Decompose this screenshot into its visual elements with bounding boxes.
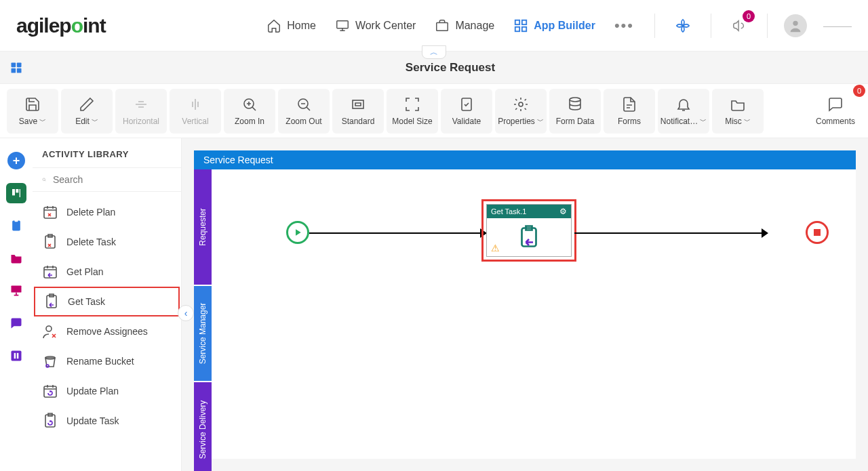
form-data-button[interactable]: Form Data [549,89,601,134]
svg-rect-0 [337,20,349,28]
swimlane-service-manager[interactable]: Service Manager [194,286,212,381]
zoom-model-size-button[interactable]: Model Size [387,89,438,134]
rail-chat-button[interactable] [6,313,26,333]
nav-more[interactable]: ••• [614,17,634,35]
svg-point-33 [46,365,49,367]
folder-icon [9,251,23,265]
svg-point-6 [793,20,797,25]
align-v-label: Vertical [182,117,208,126]
collapse-panel-handle[interactable]: ‹ [178,305,194,321]
rail-clipboard-button[interactable] [6,216,26,236]
nav-work-center-label: Work Center [355,20,416,32]
start-node[interactable] [286,221,309,244]
save-label: Save [19,117,37,126]
gear-icon[interactable]: ⚙ [559,207,567,216]
zoom-in-button[interactable]: Zoom In [224,89,275,134]
rail-pause-button[interactable] [6,346,26,366]
end-node[interactable] [806,221,829,244]
align-horizontal-button[interactable]: Horizontal [115,89,167,134]
lib-item-update-task[interactable]: Update Task [33,406,181,436]
edit-label: Edit [75,117,90,126]
calendar-refresh-icon [42,383,58,399]
apps-menu-button[interactable] [0,61,33,75]
validate-button[interactable]: Validate [441,89,492,134]
zoom-out-icon [296,96,312,112]
pinwheel-button[interactable] [671,14,694,37]
lib-item-label: Delete Plan [66,207,115,218]
lib-item-remove-assignees[interactable]: Remove Assignees [33,316,181,346]
svg-rect-19 [20,189,20,197]
chevron-down-icon: ﹀ [39,117,46,126]
pause-square-icon [9,349,23,363]
chevron-up-icon: ︿ [430,47,438,58]
lib-item-rename-bucket[interactable]: Rename Bucket [33,346,181,376]
user-avatar[interactable] [784,14,807,37]
lib-item-update-plan[interactable]: Update Plan [33,376,181,406]
nav-home[interactable]: Home [267,18,316,33]
misc-button[interactable]: Misc﹀ [712,89,764,134]
folder-icon [730,96,746,112]
swimlane-label: Service Delivery [198,401,208,459]
apps-grid-icon [9,61,23,75]
svg-rect-10 [17,68,22,73]
connector-line [574,232,763,234]
lib-item-get-plan[interactable]: Get Plan [33,257,181,287]
announcements-button[interactable]: 0 [728,14,751,37]
edit-button[interactable]: Edit﹀ [61,89,113,134]
align-vertical-button[interactable]: Vertical [170,89,221,134]
svg-rect-2 [515,20,519,24]
lib-item-label: Rename Bucket [66,356,134,367]
presentation-icon [9,284,23,298]
save-button[interactable]: Save﹀ [7,89,58,134]
pinwheel-icon [675,18,690,33]
rail-planner-button[interactable] [6,183,26,203]
zoom-standard-button[interactable]: Standard [332,89,384,134]
rail-folder-button[interactable] [6,248,26,268]
nav-work-center[interactable]: Work Center [335,18,416,33]
chevron-down-icon: ﹀ [92,117,98,126]
fit-model-icon [404,96,420,112]
user-x-icon [42,323,58,340]
lib-item-label: Remove Assignees [66,326,148,337]
swimlane-service-delivery[interactable]: Service Delivery [194,382,212,471]
search-input[interactable] [53,174,172,185]
chevron-left-icon: ‹ [184,308,188,319]
task-x-icon [42,234,58,250]
plus-icon: + [7,152,25,169]
svg-rect-8 [17,62,22,67]
align-h-label: Horizontal [123,117,159,126]
canvas-title: Service Request [194,150,856,169]
nav-manage[interactable]: Manage [435,18,494,33]
align-horizontal-icon [133,96,149,112]
home-icon [267,18,281,33]
expand-header-handle[interactable]: ︿ [422,45,446,59]
zoom-out-button[interactable]: Zoom Out [278,89,330,134]
divider [767,14,768,38]
chevron-down-icon: ﹀ [700,117,707,126]
username: ——— [823,20,852,31]
comments-badge: 0 [853,85,865,97]
task-node-title: Get Task.1 [491,207,526,216]
bell-icon [675,96,692,112]
clipboard-icon [9,219,23,232]
database-icon [567,96,583,112]
lib-item-label: Delete Task [66,237,116,247]
properties-button[interactable]: Properties﹀ [495,89,547,134]
svg-rect-9 [12,68,16,73]
play-icon [293,228,302,237]
lib-item-delete-task[interactable]: Delete Task [33,227,181,257]
planner-icon [11,188,22,199]
notifications-button[interactable]: Notificat…﹀ [658,89,709,134]
forms-button[interactable]: Forms [604,89,655,134]
lib-item-delete-plan[interactable]: Delete Plan [33,197,181,227]
comments-label: Comments [816,117,855,126]
notifications-label: Notificat… [660,117,698,126]
nav-app-builder[interactable]: App Builder [513,18,595,33]
task-node-get-task[interactable]: Get Task.1 ⚙ ⚠ [481,199,576,262]
rail-add-button[interactable]: + [6,150,26,171]
lib-item-get-task[interactable]: Get Task [34,287,180,316]
comments-button[interactable]: 0 Comments [810,89,861,134]
rail-presentation-button[interactable] [6,281,26,301]
lib-item-label: Update Plan [66,386,119,396]
swimlane-requester[interactable]: Requester [194,169,212,285]
